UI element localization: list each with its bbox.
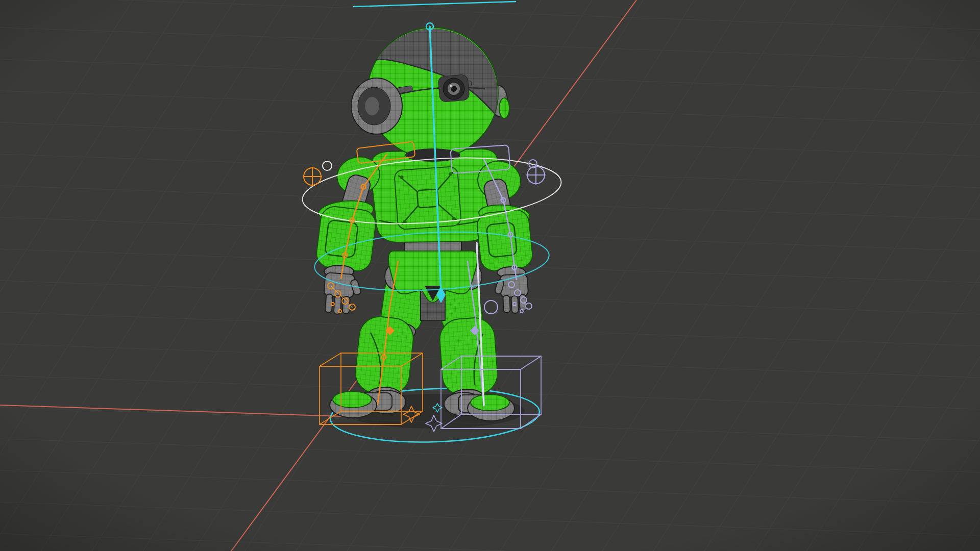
right-ear-cap [499, 98, 509, 118]
right-finger [511, 296, 519, 314]
right-boot [438, 316, 499, 396]
eye-camera [438, 74, 470, 103]
eye-glint [450, 85, 453, 88]
left-finger [334, 295, 341, 314]
viewport-3d[interactable] [0, 0, 980, 551]
right-toe-cap [471, 394, 509, 411]
left-shoulder-gizmo[interactable] [303, 167, 322, 186]
right-finger [503, 295, 510, 313]
right-forearm [476, 209, 533, 272]
left-toe-cap [333, 391, 372, 408]
left-ear [351, 78, 402, 134]
chest-panel [394, 166, 461, 230]
left-ear-center [365, 97, 379, 115]
chest-plate [394, 166, 461, 230]
collar-shadow [405, 148, 460, 162]
